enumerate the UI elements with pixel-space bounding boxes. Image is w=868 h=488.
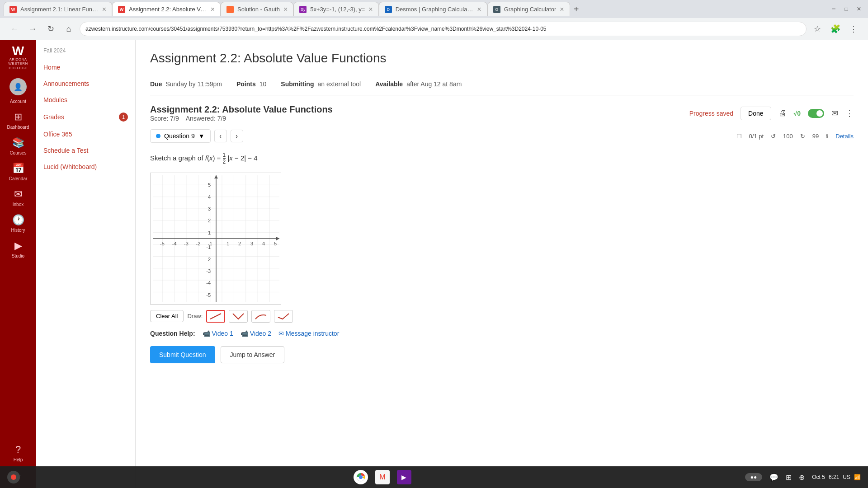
svg-text:-3: -3 <box>184 241 189 246</box>
question-dropdown[interactable]: Question 9 ▼ <box>150 129 211 143</box>
page-title: Assignment 2.2: Absolute Value Functions <box>150 51 854 66</box>
tab-close-4[interactable]: × <box>368 5 373 14</box>
available-value: after Aug 12 at 8am <box>406 80 462 88</box>
next-question-button[interactable]: › <box>231 130 243 142</box>
gmail-taskbar-icon[interactable]: M <box>375 470 390 484</box>
sidebar-label-help: Help <box>14 457 23 462</box>
url-bar[interactable]: azwestern.instructure.com/courses/30451/… <box>80 22 807 36</box>
svg-text:5: 5 <box>274 241 277 246</box>
svg-text:-4: -4 <box>172 241 177 246</box>
question-dot <box>156 134 160 138</box>
sidebar-item-help[interactable]: ? Help <box>0 440 36 466</box>
system-tray: Oct 5 6:21 US 📶 <box>812 474 861 480</box>
svg-marker-23 <box>214 175 218 178</box>
taskbar-right: ●● 💬 ⊞ ⊕ Oct 5 6:21 US 📶 <box>745 473 861 482</box>
jump-to-answer-button[interactable]: Jump to Answer <box>221 346 285 363</box>
close-button[interactable]: × <box>854 4 864 14</box>
svg-line-44 <box>210 314 221 319</box>
minimize-button[interactable]: − <box>828 4 839 14</box>
course-nav-home[interactable]: Home <box>36 59 135 75</box>
sidebar-item-calendar[interactable]: 📅 Calendar <box>0 159 36 185</box>
tab-close-3[interactable]: × <box>283 5 288 14</box>
draw-tool-line-up[interactable] <box>206 310 225 323</box>
maximize-button[interactable]: □ <box>841 4 852 14</box>
app-container: W ARIZONAWESTERNCOLLEGE 👤 Account ⊞ Dash… <box>0 40 868 488</box>
meta-available: Available after Aug 12 at 8am <box>375 80 462 88</box>
draw-label: Draw: <box>187 313 203 319</box>
more-options-icon[interactable]: ⋮ <box>845 108 854 118</box>
video2-icon: 📹 <box>241 330 248 337</box>
print-icon[interactable]: 🖨 <box>778 108 787 118</box>
back-button[interactable]: ← <box>7 22 22 36</box>
svg-text:5: 5 <box>208 182 211 188</box>
graph-container[interactable]: -5 -4 -3 -2 -1 1 2 3 4 5 5 4 3 2 1 -1 <box>150 173 281 305</box>
sidebar-label-inbox: Inbox <box>13 202 24 207</box>
clear-all-button[interactable]: Clear All <box>150 310 184 322</box>
sidebar-item-courses[interactable]: 📚 Courses <box>0 133 36 159</box>
logo-w-letter: W <box>12 45 24 57</box>
tab-solution-gauth[interactable]: Solution - Gauth × <box>221 2 293 16</box>
course-nav-office365[interactable]: Office 365 <box>36 126 135 142</box>
done-button[interactable]: Done <box>741 107 771 120</box>
video2-link[interactable]: 📹 Video 2 <box>241 330 271 337</box>
course-sidebar: Fall 2024 Home Announcements Modules Gra… <box>36 40 136 488</box>
submit-question-button[interactable]: Submit Question <box>150 346 215 363</box>
tab-close-5[interactable]: × <box>477 5 481 14</box>
draw-tool-checkmark[interactable] <box>274 310 293 323</box>
course-nav-schedule-test[interactable]: Schedule a Test <box>36 142 135 159</box>
video1-link[interactable]: 📹 Video 1 <box>203 330 233 337</box>
sidebar-item-dashboard[interactable]: ⊞ Dashboard <box>0 108 36 133</box>
main-content: Assignment 2.2: Absolute Value Functions… <box>136 40 868 488</box>
sidebar-item-history[interactable]: 🕐 History <box>0 211 36 236</box>
meta-submitting: Submitting an external tool <box>281 80 361 88</box>
tab-assignment-2-1[interactable]: W Assignment 2.1: Linear Funct... × <box>4 2 112 16</box>
toggle-switch[interactable] <box>808 109 824 118</box>
email-icon[interactable]: ✉ <box>831 108 838 118</box>
prev-question-button[interactable]: ‹ <box>214 130 227 142</box>
sidebar-item-studio[interactable]: ▶ Studio <box>0 236 36 262</box>
new-tab-button[interactable]: + <box>570 3 583 15</box>
tab-desmos[interactable]: D Desmos | Graphing Calculator × <box>379 2 487 16</box>
quiz-title: Assignment 2.2: Absolute Value Functions <box>150 104 333 115</box>
quiz-score: Score: 7/9 Answered: 7/9 <box>150 115 333 122</box>
bookmark-button[interactable]: ☆ <box>810 22 825 36</box>
calendar-icon: 📅 <box>12 163 24 174</box>
tab-close-2[interactable]: × <box>211 5 215 14</box>
draw-tools: Clear All Draw: <box>150 310 854 323</box>
tab-close-1[interactable]: × <box>102 5 106 14</box>
sidebar-item-account[interactable]: 👤 Account <box>0 75 36 108</box>
tab-close-6[interactable]: × <box>560 5 564 14</box>
draw-tool-curve-up[interactable] <box>251 310 270 323</box>
tab-math-equation[interactable]: Sy 5x+3y=-1, (12,-3), y= × <box>293 2 378 16</box>
pts-info: 0/1 pt <box>749 133 764 140</box>
checkbox-icon: ☐ <box>736 133 742 140</box>
info-icon: ℹ <box>826 133 828 140</box>
recording-dot <box>11 474 16 480</box>
chrome-taskbar-icon[interactable] <box>354 470 368 484</box>
help-icon: ? <box>15 444 21 455</box>
forward-button[interactable]: → <box>25 22 40 36</box>
tab-graphing-calc[interactable]: G Graphing Calculator × <box>487 2 570 16</box>
home-button[interactable]: ⌂ <box>61 22 76 36</box>
reload-button[interactable]: ↻ <box>43 22 58 36</box>
svg-text:-5: -5 <box>206 292 211 298</box>
course-nav-grades[interactable]: Grades 1 <box>36 108 135 126</box>
submitting-label: Submitting <box>281 80 314 88</box>
message-icon: ✉ <box>278 330 284 337</box>
extensions-button[interactable]: 🧩 <box>828 22 843 36</box>
course-nav-modules[interactable]: Modules <box>36 92 135 108</box>
message-instructor-link[interactable]: ✉ Message instructor <box>278 330 339 337</box>
course-nav-lucid[interactable]: Lucid (Whiteboard) <box>36 159 135 175</box>
recorder-taskbar-icon[interactable]: ▶ <box>397 470 411 484</box>
course-nav-announcements[interactable]: Announcements <box>36 75 135 92</box>
draw-tool-v-shape[interactable] <box>229 310 248 323</box>
details-link[interactable]: Details <box>835 133 854 140</box>
address-bar: ← → ↻ ⌂ azwestern.instructure.com/course… <box>0 18 868 40</box>
dashboard-icon: ⊞ <box>14 111 22 123</box>
menu-button[interactable]: ⋮ <box>846 22 861 36</box>
tab-assignment-2-2[interactable]: W Assignment 2.2: Absolute Val... × <box>112 2 221 16</box>
svg-text:1: 1 <box>208 230 211 235</box>
taskbar-left <box>7 471 20 483</box>
sidebar-item-inbox[interactable]: ✉ Inbox <box>0 185 36 211</box>
tab-title-2: Assignment 2.2: Absolute Val... <box>129 6 207 13</box>
